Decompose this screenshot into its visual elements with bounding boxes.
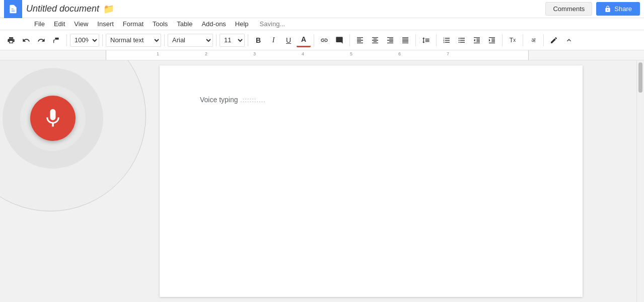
undo-button[interactable] [19,33,33,47]
page-container[interactable]: Voice typing .::::::.... [106,60,636,302]
menu-help[interactable]: Help [231,19,253,29]
justify-button[interactable] [398,33,412,47]
text-color-button[interactable]: A [297,33,311,47]
bulleted-list-button[interactable] [455,33,469,47]
increase-indent-button[interactable] [485,33,499,47]
expand-toolbar-button[interactable] [562,33,576,47]
voice-circle-inner [20,86,86,151]
separator-9 [436,34,437,46]
voice-typing-cursor: .::::::.... [238,96,266,104]
toolbar: 100% 75% 50% 125% 150% Normal text Headi… [0,30,644,50]
numbered-list-button[interactable] [440,33,454,47]
ruler-inner: 1 2 3 4 5 6 7 [106,50,529,60]
voice-typing-text: Voice typing [200,96,238,104]
print-button[interactable] [4,33,18,47]
bold-button[interactable]: B [251,33,265,47]
drawing-button[interactable] [547,33,561,47]
align-right-button[interactable] [383,33,397,47]
separator-8 [415,34,416,46]
document-content[interactable]: Voice typing .::::::.... [200,96,542,104]
right-scrollbar[interactable] [636,60,644,302]
separator-6 [314,34,314,46]
folder-icon[interactable]: 📁 [103,4,114,15]
content-area: Voice typing .::::::.... [0,60,644,302]
separator-2 [102,34,103,46]
separator-3 [164,34,165,46]
separator-5 [248,34,248,46]
zoom-select[interactable]: 100% 75% 50% 125% 150% [70,34,99,47]
scrollbar-thumb[interactable] [638,62,642,93]
saving-status: Saving... [260,20,285,28]
app-icon [4,0,22,18]
insert-comment-button[interactable] [332,33,346,47]
redo-button[interactable] [34,33,48,47]
paint-format-button[interactable] [49,33,63,47]
font-size-select[interactable]: 8 9 10 11 12 14 18 24 [220,34,245,47]
menu-table[interactable]: Table [173,19,196,29]
italic-button[interactable]: I [266,33,280,47]
decrease-indent-button[interactable] [470,33,484,47]
voice-circle-outer [3,68,103,169]
menu-tools[interactable]: Tools [149,19,172,29]
style-select[interactable]: Normal text Heading 1 Heading 2 Title [106,34,161,47]
separator-7 [349,34,350,46]
separator-12 [543,34,544,46]
top-bar-right: Comments Share [545,2,640,16]
separator-10 [502,34,503,46]
separator-11 [523,34,523,46]
clear-formatting-button[interactable]: Tx [506,33,520,47]
menu-insert[interactable]: Insert [93,19,118,29]
share-label: Share [614,5,632,13]
menu-bar: File Edit View Insert Format Tools Table… [0,18,644,30]
align-left-button[interactable] [353,33,367,47]
insert-link-button[interactable] [317,33,331,47]
underline-button[interactable]: U [281,33,296,47]
document-page[interactable]: Voice typing .::::::.... [160,65,583,297]
align-center-button[interactable] [368,33,382,47]
microphone-button[interactable] [30,96,76,141]
input-tools-button[interactable]: अ [526,33,540,47]
top-bar: Untitled document 📁 Comments Share [0,0,644,18]
document-title[interactable]: Untitled document [26,4,99,14]
voice-panel [0,60,106,302]
menu-format[interactable]: Format [119,19,148,29]
menu-edit[interactable]: Edit [50,19,69,29]
menu-view[interactable]: View [70,19,92,29]
share-button[interactable]: Share [596,2,640,16]
menu-file[interactable]: File [30,19,49,29]
lock-icon [604,6,611,13]
separator-4 [216,34,217,46]
microphone-icon [42,107,64,129]
line-spacing-button[interactable] [419,33,433,47]
font-select[interactable]: Arial Times New Roman Courier New [168,34,213,47]
comments-button[interactable]: Comments [545,2,592,16]
menu-addons[interactable]: Add-ons [197,19,230,29]
separator-1 [66,34,67,46]
ruler: 1 2 3 4 5 6 7 [0,50,644,60]
